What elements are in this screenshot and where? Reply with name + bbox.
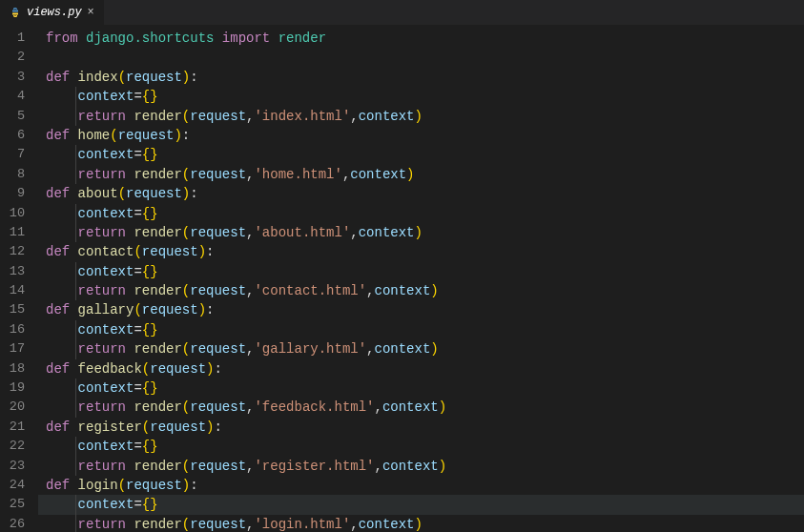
token-kw: from (46, 31, 86, 46)
indent-guide (75, 437, 76, 456)
token-brace: {} (142, 322, 158, 338)
token-fn: register (78, 419, 142, 435)
token-param: context (78, 206, 134, 221)
token-op: = (134, 439, 141, 454)
indent-guide (75, 262, 76, 281)
token-brace: ( (182, 109, 190, 124)
code-line[interactable]: def index(request): (38, 68, 804, 87)
token-brace: ) (439, 459, 446, 474)
token-str: 'register.html' (254, 459, 374, 474)
token-brace: ( (134, 302, 141, 317)
token-op: = (134, 147, 141, 162)
token-brace: ) (182, 186, 190, 201)
code-line[interactable]: from django.shortcuts import render (38, 29, 804, 48)
code-line[interactable] (38, 48, 804, 67)
indent-guide (75, 339, 76, 358)
code-line[interactable]: def login(request): (38, 476, 804, 495)
line-number: 13 (0, 262, 25, 281)
code-line[interactable]: context={} (38, 204, 804, 223)
token-brace: ) (415, 109, 423, 124)
indent-guide (75, 515, 76, 532)
line-number: 10 (0, 204, 25, 223)
token-brace: ) (439, 399, 446, 415)
line-number: 18 (0, 359, 25, 379)
token-param: context (78, 322, 134, 338)
indent-guide (75, 320, 76, 339)
code-line[interactable]: def feedback(request): (38, 359, 804, 379)
token-param: context (375, 283, 431, 298)
code-line[interactable]: return render(request,'register.html',co… (38, 457, 804, 476)
token-fn: feedback (78, 361, 142, 377)
code-line[interactable]: return render(request,'about.html',conte… (38, 223, 804, 242)
token-fn: render (134, 517, 181, 532)
tab-views-py[interactable]: views.py × (0, 0, 105, 25)
token-kw: def (46, 70, 78, 85)
code-line[interactable]: def register(request): (38, 418, 804, 437)
token-mod: render (278, 31, 326, 46)
token-kw: def (46, 302, 78, 317)
code-line[interactable]: def contact(request): (38, 242, 804, 261)
indent-guide (75, 398, 76, 417)
token-param: request (190, 225, 246, 240)
code-line[interactable]: def about(request): (38, 184, 804, 203)
token-kw: def (46, 186, 78, 201)
token-punc: , (366, 341, 374, 357)
token-str: 'contact.html' (254, 283, 366, 298)
line-number: 3 (0, 68, 25, 87)
line-number: 11 (0, 223, 25, 242)
line-number: 25 (0, 495, 25, 514)
code-line[interactable]: context={} (38, 262, 804, 281)
token-param: context (78, 264, 134, 279)
token-op: = (134, 497, 141, 512)
token-param: context (382, 399, 439, 415)
token-brace: ( (142, 361, 150, 377)
indent-guide (75, 495, 76, 514)
code-line[interactable]: def home(request): (38, 126, 804, 145)
token-punc: , (375, 399, 382, 415)
token-kw: def (46, 478, 78, 493)
code-line[interactable]: context={} (38, 145, 804, 164)
code-line[interactable]: return render(request,'index.html',conte… (38, 107, 804, 126)
code-line[interactable]: return render(request,'home.html',contex… (38, 165, 804, 184)
token-op: = (134, 206, 141, 221)
code-line[interactable]: def gallary(request): (38, 300, 804, 319)
code-line[interactable]: context={} (38, 495, 804, 514)
token-brace: ( (118, 70, 126, 85)
code-line[interactable]: return render(request,'gallary.html',con… (38, 339, 804, 358)
tab-bar: views.py × (0, 0, 804, 25)
code-line[interactable]: context={} (38, 87, 804, 106)
token-brace: ) (406, 167, 414, 182)
code-line[interactable]: context={} (38, 437, 804, 456)
token-brace: ) (415, 225, 423, 240)
code-line[interactable]: return render(request,'login.html',conte… (38, 515, 804, 532)
token-fn: render (134, 283, 181, 298)
token-param: request (142, 244, 198, 259)
line-number: 26 (0, 515, 25, 532)
token-brace: ( (182, 283, 190, 298)
token-brace: ( (142, 419, 150, 435)
editor-area[interactable]: 1234567891011121314151617181920212223242… (0, 25, 804, 532)
token-fn: home (78, 128, 111, 143)
code-line[interactable]: return render(request,'feedback.html',co… (38, 398, 804, 417)
token-str: 'feedback.html' (254, 399, 374, 415)
close-icon[interactable]: × (88, 6, 94, 19)
token-brace: {} (142, 264, 158, 279)
token-punc: : (182, 128, 190, 143)
token-kw: return (78, 109, 134, 124)
token-kw: return (78, 399, 134, 415)
indent-guide (75, 87, 76, 106)
line-number-gutter: 1234567891011121314151617181920212223242… (0, 25, 38, 532)
token-param: request (126, 478, 182, 493)
code-line[interactable]: return render(request,'contact.html',con… (38, 281, 804, 300)
code-line[interactable]: context={} (38, 320, 804, 339)
code-content[interactable]: from django.shortcuts import renderdef i… (38, 25, 804, 532)
tab-label: views.py (27, 6, 82, 19)
code-line[interactable]: context={} (38, 379, 804, 398)
token-brace: ( (118, 186, 126, 201)
token-punc: : (214, 361, 221, 377)
token-param: context (359, 225, 415, 240)
token-op: = (134, 264, 141, 279)
token-brace: ( (182, 399, 190, 415)
line-number: 9 (0, 184, 25, 203)
indent-guide (75, 223, 76, 242)
